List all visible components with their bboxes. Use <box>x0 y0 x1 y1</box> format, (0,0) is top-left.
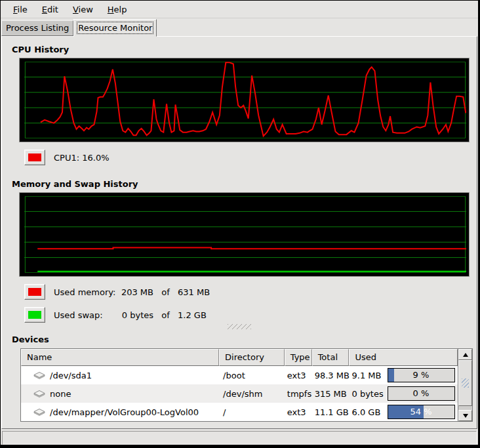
device-used: 0 bytes <box>352 389 388 399</box>
usage-percent: 9 % <box>388 369 454 382</box>
system-monitor-window: File Edit View Help Process Listing Reso… <box>0 0 480 448</box>
memory-used-value: 203 MB <box>117 287 153 297</box>
disk-icon <box>33 390 46 398</box>
scroll-down-button[interactable] <box>458 410 472 421</box>
usage-bar: 0 % <box>388 386 455 401</box>
device-type: tmpfs <box>285 389 312 399</box>
swap-legend: Used swap: 0 bytes of 1.2 GB <box>24 307 477 323</box>
menu-view[interactable]: View <box>66 3 100 16</box>
cpu-history-graph <box>19 58 470 142</box>
cpu1-color-swatch-button[interactable] <box>24 150 45 165</box>
swap-of-label: of <box>153 310 178 320</box>
disk-icon <box>33 371 46 380</box>
usage-percent: 0 % <box>388 387 454 400</box>
memory-legend-label: Used memory: <box>54 287 117 297</box>
device-type: ext3 <box>285 407 312 417</box>
device-directory: / <box>219 407 285 417</box>
column-header-used[interactable]: Used <box>349 349 458 366</box>
usage-bar: 54 % <box>388 405 455 419</box>
menu-file[interactable]: File <box>6 3 35 16</box>
device-name: none <box>50 389 71 399</box>
device-used: 6.0 GB <box>352 407 388 417</box>
pane-resize-handle[interactable] <box>228 324 251 329</box>
memory-color-swatch <box>28 288 41 296</box>
arrow-up-icon <box>463 353 468 357</box>
devices-table: Name Directory Type Total Used /dev/sda1… <box>20 348 473 422</box>
device-name: /dev/sda1 <box>50 371 92 380</box>
scrollbar-thumb[interactable] <box>458 360 472 406</box>
cpu-legend: CPU1: 16.0% <box>24 150 477 165</box>
resource-monitor-panel: CPU History CPU1: 16.0% Memory and Swap … <box>1 36 477 429</box>
memory-of-label: of <box>153 287 178 297</box>
swap-used-value: 0 bytes <box>117 310 153 320</box>
device-name: /dev/mapper/VolGroup00-LogVol00 <box>50 407 199 417</box>
swap-total-value: 1.2 GB <box>178 310 207 320</box>
device-type: ext3 <box>285 371 312 380</box>
tab-process-listing[interactable]: Process Listing <box>1 20 73 36</box>
menu-edit[interactable]: Edit <box>35 3 66 16</box>
column-header-directory[interactable]: Directory <box>219 349 285 366</box>
device-total: 98.3 MB <box>312 371 350 380</box>
column-header-type[interactable]: Type <box>285 349 312 366</box>
memory-swap-graph <box>19 192 470 277</box>
column-header-name[interactable]: Name <box>21 349 219 366</box>
tab-bar: Process Listing Resource Monitor <box>1 18 478 36</box>
usage-bar: 9 % <box>388 368 455 382</box>
memory-total-value: 631 MB <box>178 287 210 297</box>
status-bar <box>2 431 477 445</box>
device-row-logvol00[interactable]: /dev/mapper/VolGroup00-LogVol00 / ext3 1… <box>21 403 458 421</box>
devices-table-header: Name Directory Type Total Used <box>21 349 458 366</box>
usage-percent: 54 % <box>388 405 454 418</box>
device-used: 9.1 MB <box>352 371 388 380</box>
menu-help[interactable]: Help <box>100 3 134 16</box>
devices-title: Devices <box>12 335 477 344</box>
memory-legend: Used memory: 203 MB of 631 MB <box>24 284 477 300</box>
scroll-up-button[interactable] <box>458 349 472 360</box>
menubar: File Edit View Help <box>1 1 478 18</box>
swap-color-swatch <box>28 311 41 319</box>
cpu-history-title: CPU History <box>12 45 477 54</box>
device-row-sda1[interactable]: /dev/sda1 /boot ext3 98.3 MB 9.1 MB 9 % <box>21 366 458 384</box>
device-directory: /boot <box>219 371 285 380</box>
swap-color-swatch-button[interactable] <box>24 307 45 323</box>
arrow-down-icon <box>463 414 468 418</box>
column-header-total[interactable]: Total <box>312 349 350 366</box>
tab-resource-monitor[interactable]: Resource Monitor <box>73 19 157 37</box>
swap-legend-label: Used swap: <box>54 310 117 320</box>
device-row-none[interactable]: none /dev/shm tmpfs 315 MB 0 bytes 0 % <box>21 384 458 403</box>
cpu1-legend-label: CPU1: 16.0% <box>54 153 110 163</box>
cpu1-color-swatch <box>28 153 41 161</box>
device-directory: /dev/shm <box>219 389 285 399</box>
vertical-scrollbar <box>458 349 472 421</box>
memory-color-swatch-button[interactable] <box>24 284 45 300</box>
device-total: 315 MB <box>312 389 350 399</box>
device-total: 11.1 GB <box>312 407 350 417</box>
memory-history-title: Memory and Swap History <box>12 179 477 189</box>
disk-icon <box>33 408 46 417</box>
